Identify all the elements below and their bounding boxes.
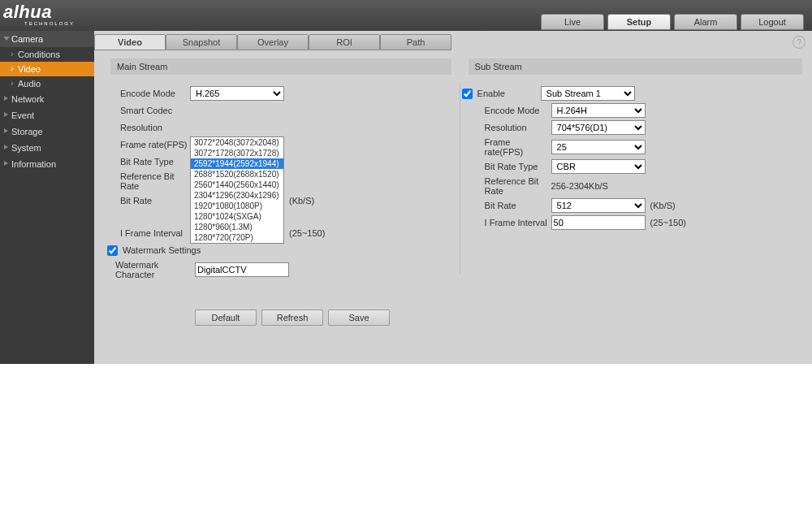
topnav-logout[interactable]: Logout (741, 14, 804, 30)
label-watermark-character: Watermark Character (115, 260, 195, 279)
label-sub-ref-bit-rate: Reference Bit Rate (473, 176, 551, 196)
resolution-option[interactable]: 1920*1080(1080P) (191, 201, 283, 211)
sub-stream-title: Sub Stream (469, 58, 802, 75)
resolution-dropdown-list[interactable]: 3072*2048(3072x2048)3072*1728(3072x1728)… (190, 136, 284, 244)
sidebar-cat-storage[interactable]: Storage (0, 123, 94, 140)
main-stream-title: Main Stream (110, 58, 451, 75)
sub-stream-select[interactable]: Sub Stream 1 (541, 86, 635, 101)
resolution-option[interactable]: 1280*960(1.3M) (191, 222, 283, 232)
sub-enable-checkbox[interactable] (462, 89, 473, 99)
resolution-option[interactable]: 2688*1520(2688x1520) (191, 169, 283, 180)
label-resolution: Resolution (115, 123, 190, 132)
resolution-option[interactable]: 1280*1024(SXGA) (191, 211, 283, 222)
resolution-option[interactable]: 2592*1944(2592x1944) (191, 158, 283, 169)
sidebar-cat-network[interactable]: Network (0, 91, 94, 107)
tab-path[interactable]: Path (380, 34, 451, 50)
bit-rate-suffix: (Kb/S) (289, 196, 314, 206)
watermark-character-input[interactable] (195, 262, 289, 277)
topnav-live[interactable]: Live (541, 14, 604, 30)
brand-logo: alhua TECHNOLOGY (3, 6, 75, 25)
sub-ref-bit-rate-value: 256-2304Kb/S (551, 181, 608, 191)
label-bit-rate-type: Bit Rate Type (115, 157, 190, 167)
refresh-button[interactable]: Refresh (261, 309, 323, 326)
label-ref-bit-rate: Reference Bit Rate (115, 171, 190, 191)
label-sub-encode-mode: Encode Mode (473, 106, 551, 115)
sub-frame-rate-select[interactable]: 25 (551, 140, 646, 154)
sub-bit-rate-select[interactable]: 512 (551, 198, 646, 213)
label-sub-bit-rate-type: Bit Rate Type (473, 162, 551, 171)
tab-overlay[interactable]: Overlay (237, 34, 309, 50)
sub-resolution-select[interactable]: 704*576(D1) (551, 120, 646, 135)
label-frame-rate: Frame rate(FPS) (115, 140, 190, 149)
tab-video[interactable]: Video (94, 34, 166, 50)
tab-roi[interactable]: ROI (309, 34, 380, 50)
tab-snapshot[interactable]: Snapshot (166, 34, 237, 50)
sidebar-head-camera[interactable]: Camera (0, 31, 94, 47)
resolution-option[interactable]: 3072*1728(3072x1728) (191, 148, 283, 158)
save-button[interactable]: Save (328, 309, 390, 326)
sidebar-item-conditions[interactable]: Conditions (0, 47, 94, 62)
sub-bit-rate-suffix: (Kb/S) (650, 201, 676, 210)
help-icon[interactable]: ? (793, 36, 806, 49)
label-smart-codec: Smart Codec (115, 106, 190, 115)
label-sub-iframe: I Frame Interval (473, 218, 551, 227)
resolution-option[interactable]: 3072*2048(3072x2048) (191, 137, 283, 148)
iframe-suffix: (25~150) (289, 228, 325, 238)
watermark-checkbox[interactable] (107, 245, 118, 256)
sidebar-item-audio[interactable]: Audio (0, 76, 94, 91)
label-bit-rate: Bit Rate (115, 196, 190, 206)
sidebar-item-video[interactable]: Video (0, 62, 94, 76)
label-sub-bit-rate: Bit Rate (473, 201, 551, 210)
sub-bit-rate-type-select[interactable]: CBR (551, 159, 646, 174)
sub-iframe-suffix: (25~150) (650, 218, 686, 227)
label-sub-resolution: Resolution (473, 123, 551, 132)
label-sub-enable: Enable (477, 89, 541, 98)
topnav-setup[interactable]: Setup (607, 14, 671, 30)
sub-encode-mode-select[interactable]: H.264H (551, 103, 646, 118)
sidebar-cat-event[interactable]: Event (0, 107, 94, 123)
label-sub-frame-rate: Frame rate(FPS) (473, 137, 551, 157)
sub-iframe-input[interactable] (551, 215, 646, 230)
resolution-option[interactable]: 2304*1296(2304x1296) (191, 190, 283, 201)
default-button[interactable]: Default (195, 309, 257, 326)
label-iframe: I Frame Interval (115, 228, 190, 238)
label-encode-mode: Encode Mode (115, 89, 190, 98)
sidebar-cat-system[interactable]: System (0, 140, 94, 156)
topnav-alarm[interactable]: Alarm (674, 14, 737, 30)
label-watermark-settings: Watermark Settings (123, 245, 201, 255)
main-encode-mode-select[interactable]: H.265 (190, 86, 284, 101)
sidebar-cat-information[interactable]: Information (0, 156, 94, 172)
resolution-option[interactable]: 2560*1440(2560x1440) (191, 180, 283, 190)
resolution-option[interactable]: 1280*720(720P) (191, 232, 283, 243)
